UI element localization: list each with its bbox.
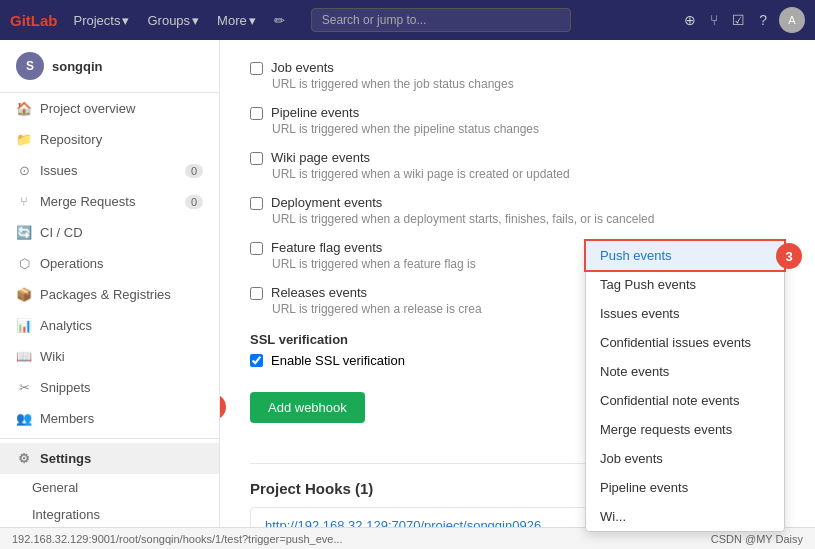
sidebar-item-label: Members (40, 411, 203, 426)
main-wrapper: Job events URL is triggered when the job… (220, 40, 815, 549)
dropdown-merge-requests[interactable]: Merge requests events (586, 415, 784, 444)
feature-flag-title: Feature flag events (271, 240, 382, 255)
layout: S songqin 🏠 Project overview 📁 Repositor… (0, 40, 815, 549)
dropdown-push-events[interactable]: Push events 3 (586, 241, 784, 270)
job-events-title: Job events (271, 60, 334, 75)
cicd-icon: 🔄 (16, 225, 32, 240)
add-webhook-container: Add webhook 1 (250, 384, 365, 423)
nav-pencil[interactable]: ✏ (266, 9, 293, 32)
wiki-icon: 📖 (16, 349, 32, 364)
settings-icon: ⚙ (16, 451, 32, 466)
wiki-events-desc: URL is triggered when a wiki page is cre… (272, 167, 785, 181)
sidebar-item-merge-requests[interactable]: ⑂ Merge Requests 0 (0, 186, 219, 217)
home-icon: 🏠 (16, 101, 32, 116)
pipeline-events-desc: URL is triggered when the pipeline statu… (272, 122, 785, 136)
analytics-icon: 📊 (16, 318, 32, 333)
sidebar-item-operations[interactable]: ⬡ Operations (0, 248, 219, 279)
topbar: GitLab Projects ▾ Groups ▾ More ▾ ✏ ⊕ ⑂ … (0, 0, 815, 40)
releases-checkbox[interactable] (250, 287, 263, 300)
dropdown-pipeline[interactable]: Pipeline events (586, 473, 784, 502)
pipeline-events-title: Pipeline events (271, 105, 359, 120)
sidebar-item-project-overview[interactable]: 🏠 Project overview (0, 93, 219, 124)
operations-icon: ⬡ (16, 256, 32, 271)
sidebar-item-label: CI / CD (40, 225, 203, 240)
sidebar-item-wiki[interactable]: 📖 Wiki (0, 341, 219, 372)
search-input[interactable] (311, 8, 571, 32)
dropdown-job[interactable]: Job events (586, 444, 784, 473)
repository-icon: 📁 (16, 132, 32, 147)
sidebar-item-label: Settings (40, 451, 203, 466)
ssl-checkbox[interactable] (250, 354, 263, 367)
event-job: Job events URL is triggered when the job… (250, 60, 785, 91)
sidebar-item-label: Merge Requests (40, 194, 177, 209)
bottom-bar-left: 192.168.32.129:9001/root/songqin/hooks/1… (12, 533, 343, 545)
sidebar-item-ci-cd[interactable]: 🔄 CI / CD (0, 217, 219, 248)
gitlab-logo[interactable]: GitLab (10, 12, 58, 29)
dropdown-tag-push[interactable]: Tag Push events (586, 270, 784, 299)
search-container (311, 8, 571, 32)
feature-flag-checkbox[interactable] (250, 242, 263, 255)
dropdown-issues[interactable]: Issues events (586, 299, 784, 328)
nav-groups[interactable]: Groups ▾ (139, 9, 207, 32)
dropdown-confidential-issues[interactable]: Confidential issues events (586, 328, 784, 357)
todo-icon[interactable]: ☑ (730, 10, 747, 30)
sidebar-item-issues[interactable]: ⊙ Issues 0 (0, 155, 219, 186)
add-webhook-button[interactable]: Add webhook (250, 392, 365, 423)
sidebar-item-packages[interactable]: 📦 Packages & Registries (0, 279, 219, 310)
gitlab-logo-text: GitLab (10, 12, 58, 29)
sidebar-sub-integrations[interactable]: Integrations (0, 501, 219, 528)
sidebar-item-repository[interactable]: 📁 Repository (0, 124, 219, 155)
sidebar-item-label: Repository (40, 132, 203, 147)
merge-requests-icon: ⑂ (16, 194, 32, 209)
sidebar-divider (0, 438, 219, 439)
avatar[interactable]: A (779, 7, 805, 33)
sidebar: S songqin 🏠 Project overview 📁 Repositor… (0, 40, 220, 549)
topbar-icons: ⊕ ⑂ ☑ ? A (682, 7, 805, 33)
mr-badge: 0 (185, 195, 203, 209)
job-events-desc: URL is triggered when the job status cha… (272, 77, 785, 91)
deployment-events-title: Deployment events (271, 195, 382, 210)
dropdown-note[interactable]: Note events (586, 357, 784, 386)
job-events-checkbox[interactable] (250, 62, 263, 75)
sidebar-item-label: Snippets (40, 380, 203, 395)
dropdown-confidential-note[interactable]: Confidential note events (586, 386, 784, 415)
issues-badge: 0 (185, 164, 203, 178)
sidebar-item-members[interactable]: 👥 Members (0, 403, 219, 434)
sidebar-item-snippets[interactable]: ✂ Snippets (0, 372, 219, 403)
wiki-events-title: Wiki page events (271, 150, 370, 165)
ssl-checkbox-label: Enable SSL verification (271, 353, 405, 368)
sidebar-item-label: Packages & Registries (40, 287, 203, 302)
sidebar-avatar: S (16, 52, 44, 80)
sidebar-username: songqin (52, 59, 103, 74)
deployment-events-checkbox[interactable] (250, 197, 263, 210)
sidebar-item-analytics[interactable]: 📊 Analytics (0, 310, 219, 341)
nav-more[interactable]: More ▾ (209, 9, 264, 32)
releases-title: Releases events (271, 285, 367, 300)
event-pipeline: Pipeline events URL is triggered when th… (250, 105, 785, 136)
issues-icon: ⊙ (16, 163, 32, 178)
packages-icon: 📦 (16, 287, 32, 302)
help-icon[interactable]: ? (757, 10, 769, 30)
merge-icon[interactable]: ⑂ (708, 10, 720, 30)
push-events-dropdown: Push events 3 Tag Push events Issues eve… (585, 240, 785, 532)
nav-projects[interactable]: Projects ▾ (66, 9, 138, 32)
sidebar-item-settings[interactable]: ⚙ Settings (0, 443, 219, 474)
dropdown-wiki[interactable]: Wi... (586, 502, 784, 531)
sidebar-item-label: Project overview (40, 101, 203, 116)
members-icon: 👥 (16, 411, 32, 426)
wiki-events-checkbox[interactable] (250, 152, 263, 165)
plus-icon[interactable]: ⊕ (682, 10, 698, 30)
sidebar-item-label: Wiki (40, 349, 203, 364)
deployment-events-desc: URL is triggered when a deployment start… (272, 212, 785, 226)
snippets-icon: ✂ (16, 380, 32, 395)
event-deployment: Deployment events URL is triggered when … (250, 195, 785, 226)
sidebar-item-label: Analytics (40, 318, 203, 333)
pipeline-events-checkbox[interactable] (250, 107, 263, 120)
sidebar-sub-general[interactable]: General (0, 474, 219, 501)
topbar-nav: Projects ▾ Groups ▾ More ▾ ✏ (66, 9, 293, 32)
bottom-bar-right: CSDN @MY Daisy (711, 533, 803, 545)
sub-item-label: Integrations (32, 507, 100, 522)
sidebar-user: S songqin (0, 40, 219, 93)
event-wiki: Wiki page events URL is triggered when a… (250, 150, 785, 181)
main-content: Job events URL is triggered when the job… (220, 40, 815, 549)
